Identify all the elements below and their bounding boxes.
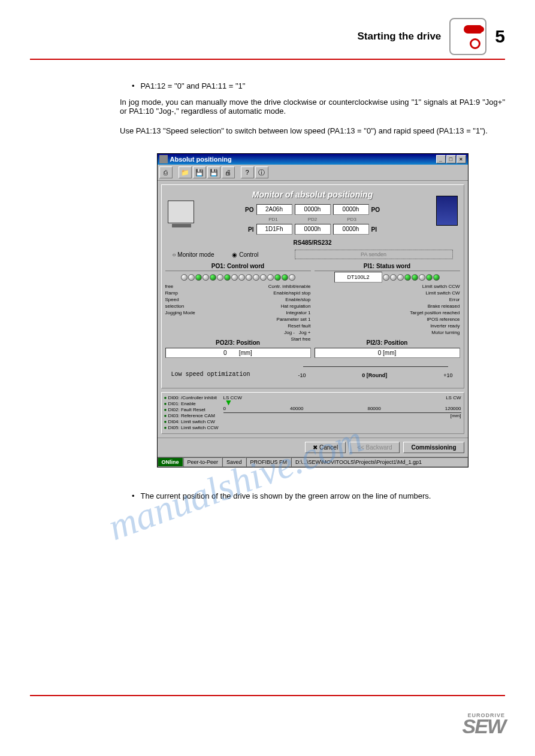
statusbar: ONline Peer-to-Peer Saved PROFIBUS FM D:…	[158, 457, 468, 467]
pi-label-right: PI	[371, 226, 377, 233]
toolbar-open-icon[interactable]: 📁	[179, 166, 192, 178]
bullet-config: PA1:12 = "0" and PA1:11 = "1"	[132, 81, 505, 90]
po-bits-right: Contr. inhibit/enableEnable/rapid stop E…	[268, 283, 311, 342]
footer-logo: EURODRIVE SEW	[463, 712, 505, 734]
pi23-title: PI2/3: Position	[315, 339, 460, 346]
titlebar: Absolut positioning _ □ ×	[158, 154, 468, 165]
minimize-button[interactable]: _	[436, 155, 446, 163]
status-peer: Peer-to-Peer	[183, 457, 223, 467]
pi-bits-right: Limit switch CCWLimit switch CW ErrorBra…	[410, 283, 460, 336]
po-value-3: 0000h	[333, 204, 369, 215]
drive-icon	[436, 196, 458, 226]
section-title: Starting the drive	[358, 31, 442, 42]
app-icon	[159, 155, 168, 163]
toolbar-save-icon[interactable]: 💾	[193, 166, 206, 178]
pi-label-left: PI	[248, 226, 253, 233]
close-button[interactable]: ×	[457, 155, 466, 163]
po1-title: PO1: Control word	[165, 263, 311, 271]
device-name: DT100L2	[334, 272, 382, 283]
po-bits-left: freeRamp Speedselection Jogging Mode	[165, 283, 195, 316]
slider-mid: 0 [Round]	[362, 372, 387, 378]
pi1-title: PI1: Status word	[315, 263, 460, 271]
po-pos-value[interactable]: 0	[223, 350, 227, 356]
radio-control[interactable]: ◉ Control	[232, 251, 258, 258]
toolbar-help-icon[interactable]: ?	[241, 166, 254, 178]
maximize-button[interactable]: □	[446, 155, 456, 163]
monitor-title: Monitor of absolut positioning	[165, 190, 460, 199]
pc-icon	[168, 201, 194, 223]
ls-cw-label: LS CW	[446, 395, 461, 400]
po-pos-unit: [mm]	[239, 350, 252, 356]
status-online: ONline	[158, 457, 183, 467]
axis-unit: [mm]	[223, 413, 461, 418]
pi1-leds: DT100L2	[315, 274, 460, 281]
optimization-label: Low speed optimization	[165, 371, 285, 378]
pi-value-2: 0000h	[295, 224, 331, 235]
app-window: Absolut positioning _ □ × ⎙ 📁 💾 💾 🖨 ? ⓘ …	[157, 153, 468, 467]
status-path: D:\...\SEW\MOVITOOLS\Projects\Project1\M…	[291, 457, 467, 467]
position-arrow-icon: ▼	[225, 397, 233, 407]
po-label-left: PO	[245, 207, 253, 213]
toolbar-saveall-icon[interactable]: 💾	[207, 166, 220, 178]
slider-min: -10	[298, 372, 306, 378]
pd3-label: PD3	[347, 217, 356, 222]
radio-monitor-mode[interactable]: ○ Monitor mode	[173, 251, 214, 258]
pi-pos-value: 0 [mm]	[378, 350, 397, 356]
status-profibus: PROFIBUS FM	[246, 457, 292, 467]
para-jog-mode: In jog mode, you can manually move the d…	[120, 98, 505, 116]
footer-rule	[30, 695, 505, 696]
header-rule	[30, 59, 505, 60]
po-value-2: 0000h	[295, 204, 331, 215]
dio-list: DI00: /Controller inhibitDI01: Enable DI…	[164, 395, 219, 431]
pd1-label: PD1	[268, 217, 278, 222]
toolbar-btn-1[interactable]: ⎙	[159, 166, 173, 178]
cancel-button[interactable]: ✖ Cancel	[305, 442, 346, 453]
po-value-1: 2A06h	[256, 204, 292, 215]
bus-label: RS485/RS232	[165, 239, 460, 246]
pi-value-3: 0000h	[333, 224, 369, 235]
pa-send-button[interactable]: PA senden	[295, 250, 453, 259]
status-saved: Saved	[222, 457, 246, 467]
speed-slider[interactable]: -10 0 [Round] +10	[291, 364, 460, 384]
toolbar-info-icon[interactable]: ⓘ	[255, 166, 268, 178]
toolbar-print-icon[interactable]: 🖨	[222, 166, 235, 178]
section-icon	[449, 18, 486, 55]
slider-max: +10	[443, 372, 452, 378]
backward-button[interactable]: << Backward	[349, 442, 400, 453]
pd2-label: PD2	[308, 217, 318, 222]
position-number-line: LS CCW LS CW ▼ 040000 80000120000 [mm]	[223, 395, 461, 431]
bullet-position-arrow: The current position of the drive is sho…	[132, 491, 505, 500]
para-speed-selection: Use PA1:13 "Speed selection" to switch b…	[120, 126, 505, 135]
page-number: 5	[495, 26, 505, 47]
po-label-right: PO	[371, 207, 380, 213]
commissioning-button[interactable]: Commissioning	[403, 442, 464, 453]
po1-leds	[165, 274, 311, 281]
toolbar: ⎙ 📁 💾 💾 🖨 ? ⓘ	[158, 165, 468, 181]
pi-value-1: 1D1Fh	[256, 224, 292, 235]
window-title: Absolut positioning	[170, 156, 232, 163]
